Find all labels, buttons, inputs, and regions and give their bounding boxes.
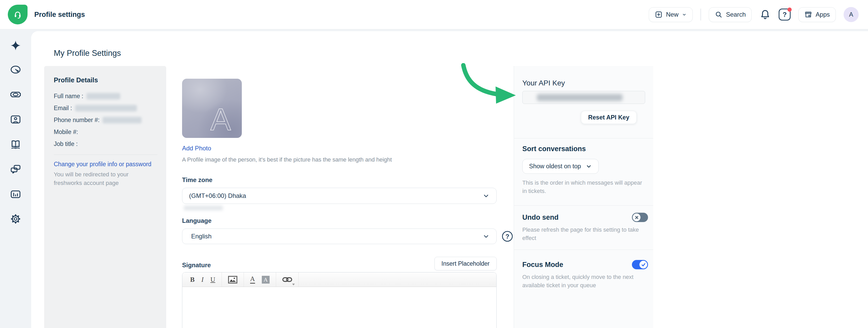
- sidebar: [0, 29, 31, 328]
- profile-photo[interactable]: A: [182, 79, 242, 138]
- notifications-button[interactable]: [760, 9, 771, 20]
- page-title: My Profile Settings: [54, 48, 121, 58]
- signature-editor[interactable]: B I U A A: [182, 272, 497, 328]
- search-button[interactable]: Search: [709, 7, 752, 22]
- sparkle-icon: [10, 40, 21, 51]
- sidebar-item-admin-settings[interactable]: [10, 213, 22, 225]
- insert-link-button[interactable]: [282, 277, 292, 282]
- api-key-title: Your API Key: [522, 66, 650, 87]
- timezone-label: Time zone: [182, 176, 497, 184]
- insert-image-group: [222, 272, 244, 287]
- reset-api-key-button[interactable]: Reset API Key: [581, 111, 637, 124]
- sidebar-item-contacts[interactable]: [10, 113, 22, 125]
- photo-initial: A: [210, 104, 231, 135]
- cross-icon: [635, 216, 639, 220]
- change-profile-note: You will be redirected to your freshwork…: [54, 170, 143, 187]
- contacts-icon: [10, 114, 21, 125]
- field-job-title: Job title :: [54, 140, 157, 147]
- chevron-down-icon: [483, 192, 490, 199]
- question-mark-icon: ?: [782, 11, 787, 18]
- field-email: Email :: [54, 104, 157, 112]
- link-icon: [282, 277, 292, 282]
- field-label: Phone number #:: [54, 117, 99, 124]
- toggle-knob: [640, 261, 647, 268]
- italic-button[interactable]: I: [201, 276, 204, 283]
- apps-button[interactable]: Apps: [798, 7, 836, 22]
- language-label: Language: [182, 217, 497, 224]
- field-label: Full name :: [54, 93, 83, 100]
- field-mobile: Mobile #:: [54, 128, 157, 136]
- undo-send-toggle[interactable]: [632, 213, 648, 222]
- sidebar-item-freddy-ai[interactable]: [10, 39, 22, 52]
- sidebar-item-knowledge-base[interactable]: [10, 138, 22, 151]
- language-help-icon[interactable]: ?: [502, 231, 513, 242]
- change-profile-link[interactable]: Change your profile info or password: [54, 161, 151, 168]
- redacted-api-key: [537, 94, 623, 101]
- underline-button[interactable]: U: [210, 276, 215, 283]
- undo-send-title: Undo send: [522, 214, 559, 222]
- redacted-value: [87, 93, 120, 99]
- caret-down-icon: [292, 284, 295, 286]
- timezone-value: (GMT+06:00) Dhaka: [189, 192, 246, 199]
- sort-conversations-hint: This is the order in which messages will…: [522, 179, 648, 195]
- notification-dot: [787, 7, 792, 12]
- sidebar-item-forums[interactable]: [10, 163, 22, 175]
- topbar-actions: New Search ?: [649, 7, 859, 22]
- timezone-select[interactable]: (GMT+06:00) Dhaka: [182, 188, 497, 204]
- signature-text-area[interactable]: [182, 287, 496, 328]
- search-button-label: Search: [726, 11, 746, 18]
- settings-icon: [10, 213, 21, 225]
- knowledge-base-icon: [10, 139, 21, 150]
- headset-icon: [12, 9, 23, 20]
- sort-order-select[interactable]: Show oldest on top: [522, 159, 599, 174]
- focus-mode-section: Focus Mode On closing a ticket, quickly …: [514, 250, 653, 290]
- topbar: Profile settings New Search: [0, 0, 868, 29]
- freshdesk-logo[interactable]: [8, 5, 28, 24]
- new-button[interactable]: New: [649, 7, 693, 22]
- panel-divider: [54, 155, 157, 155]
- toggle-knob: [633, 214, 641, 221]
- chevron-down-icon: [682, 12, 687, 17]
- sidebar-item-analytics[interactable]: [10, 188, 22, 200]
- settings-panel: Your API Key Reset API Key Sort conversa…: [514, 66, 653, 328]
- signature-header-row: Signature Insert Placeholder: [182, 257, 497, 270]
- analytics-icon: [10, 189, 21, 200]
- redacted-smudge: [184, 206, 223, 210]
- help-button[interactable]: ?: [779, 8, 790, 21]
- field-phone: Phone number #:: [54, 116, 157, 124]
- insert-image-button[interactable]: [228, 276, 238, 284]
- apps-button-label: Apps: [815, 11, 830, 18]
- insert-placeholder-button[interactable]: Insert Placeholder: [435, 257, 497, 270]
- check-icon: [641, 263, 646, 267]
- question-mark-icon: ?: [505, 233, 509, 240]
- profile-form: A Add Photo A Profile image of the perso…: [182, 79, 497, 328]
- bold-button[interactable]: B: [190, 276, 194, 283]
- api-key-field[interactable]: [522, 91, 645, 104]
- color-group: A A: [244, 272, 276, 287]
- text-style-group: B I U: [184, 272, 222, 287]
- language-select[interactable]: English: [182, 229, 497, 244]
- sidebar-item-tickets[interactable]: [10, 89, 22, 100]
- undo-send-hint: Please refresh the page for this setting…: [522, 226, 648, 242]
- focus-mode-toggle[interactable]: [632, 260, 648, 269]
- background-color-button[interactable]: A: [262, 276, 270, 284]
- user-avatar[interactable]: A: [844, 7, 859, 22]
- marketplace-icon: [804, 11, 812, 19]
- font-color-button[interactable]: A: [250, 275, 255, 284]
- profile-details-title: Profile Details: [54, 76, 157, 84]
- focus-mode-title: Focus Mode: [522, 261, 563, 269]
- profile-details-panel: Profile Details Full name : Email : Phon…: [44, 66, 166, 328]
- app-title: Profile settings: [34, 11, 85, 19]
- topbar-divider: [701, 8, 701, 21]
- search-icon: [715, 11, 722, 19]
- field-label: Job title :: [54, 140, 78, 147]
- field-label: Email :: [54, 105, 72, 112]
- chevron-down-icon: [586, 163, 592, 170]
- link-group: [276, 272, 299, 287]
- sidebar-item-dashboard[interactable]: [10, 64, 22, 75]
- content-card: My Profile Settings Profile Details Full…: [31, 31, 868, 328]
- add-photo-link[interactable]: Add Photo: [182, 145, 211, 152]
- sort-conversations-title: Sort conversations: [522, 138, 650, 153]
- new-button-label: New: [666, 11, 678, 18]
- sort-conversations-section: Sort conversations Show oldest on top Th…: [514, 138, 653, 206]
